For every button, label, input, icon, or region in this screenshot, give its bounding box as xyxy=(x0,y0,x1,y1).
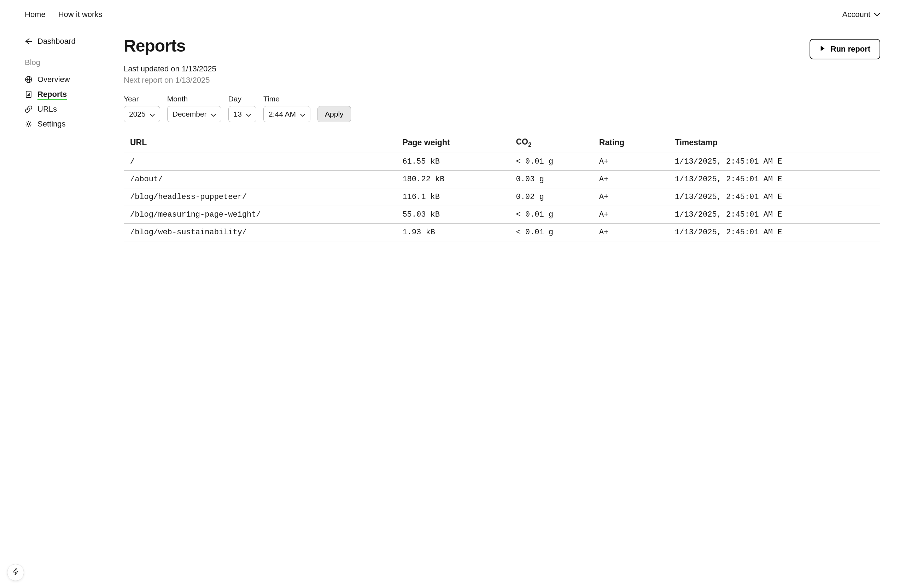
cell-page_weight: 55.03 kB xyxy=(396,206,510,223)
cell-timestamp: 1/13/2025, 2:45:01 AM E xyxy=(668,170,880,188)
table-row: /blog/measuring-page-weight/55.03 kB< 0.… xyxy=(124,206,880,223)
chevron-down-icon xyxy=(874,13,880,16)
sidebar-back-label: Dashboard xyxy=(38,37,76,46)
table-header-row: URL Page weight CO2 Rating Timestamp xyxy=(124,133,880,153)
topnav-left: Home How it works xyxy=(25,10,102,19)
table-row: /blog/web-sustainability/1.93 kB< 0.01 g… xyxy=(124,223,880,241)
next-report-text: Next report on 1/13/2025 xyxy=(124,76,880,85)
cell-page_weight: 180.22 kB xyxy=(396,170,510,188)
run-report-label: Run report xyxy=(831,44,870,54)
th-rating: Rating xyxy=(593,133,668,153)
sidebar: Dashboard Blog Overview Reports URLs Set… xyxy=(25,37,95,241)
cell-page_weight: 1.93 kB xyxy=(396,223,510,241)
cell-rating: A+ xyxy=(593,223,668,241)
sidebar-section-label: Blog xyxy=(25,58,95,67)
cell-rating: A+ xyxy=(593,206,668,223)
sidebar-item-settings[interactable]: Settings xyxy=(25,117,95,132)
day-select[interactable]: 13 xyxy=(229,106,256,122)
filters-row: Year 2025 Month December Day 13 xyxy=(124,95,880,122)
table-row: /blog/headless-puppeteer/116.1 kB0.02 gA… xyxy=(124,188,880,206)
sidebar-item-label: Settings xyxy=(38,119,66,128)
month-select[interactable]: December xyxy=(167,106,221,122)
cell-rating: A+ xyxy=(593,153,668,170)
play-icon xyxy=(819,44,826,54)
filter-label-time: Time xyxy=(264,95,310,103)
cell-co2: 0.03 g xyxy=(510,170,592,188)
cell-rating: A+ xyxy=(593,170,668,188)
cell-rating: A+ xyxy=(593,188,668,206)
th-page-weight: Page weight xyxy=(396,133,510,153)
page-header: Reports Run report xyxy=(124,37,880,59)
main-content: Reports Run report Last updated on 1/13/… xyxy=(124,37,880,241)
chevron-down-icon xyxy=(150,110,155,118)
day-value: 13 xyxy=(234,110,242,118)
cell-page_weight: 116.1 kB xyxy=(396,188,510,206)
cell-co2: < 0.01 g xyxy=(510,223,592,241)
filter-day: Day 13 xyxy=(229,95,256,122)
sidebar-item-label: Overview xyxy=(38,75,70,84)
arrow-left-icon xyxy=(25,38,33,45)
nav-home[interactable]: Home xyxy=(25,10,46,19)
account-label: Account xyxy=(842,10,871,19)
th-timestamp: Timestamp xyxy=(668,133,880,153)
filter-label-day: Day xyxy=(229,95,256,103)
chevron-down-icon xyxy=(300,110,305,118)
report-icon xyxy=(25,90,33,98)
gear-icon xyxy=(25,120,33,128)
cell-timestamp: 1/13/2025, 2:45:01 AM E xyxy=(668,188,880,206)
cell-url: /blog/web-sustainability/ xyxy=(124,223,396,241)
time-value: 2:44 AM xyxy=(269,110,296,118)
cell-co2: < 0.01 g xyxy=(510,206,592,223)
cell-timestamp: 1/13/2025, 2:45:01 AM E xyxy=(668,153,880,170)
chevron-down-icon xyxy=(246,110,251,118)
th-co2: CO2 xyxy=(510,133,592,153)
month-value: December xyxy=(173,110,207,118)
table-row: /61.55 kB< 0.01 gA+1/13/2025, 2:45:01 AM… xyxy=(124,153,880,170)
sidebar-back-link[interactable]: Dashboard xyxy=(25,37,95,46)
table-row: /about/180.22 kB0.03 gA+1/13/2025, 2:45:… xyxy=(124,170,880,188)
cell-url: /about/ xyxy=(124,170,396,188)
filter-time: Time 2:44 AM xyxy=(264,95,310,122)
page-title-block: Reports xyxy=(124,37,185,55)
cell-url: / xyxy=(124,153,396,170)
cell-timestamp: 1/13/2025, 2:45:01 AM E xyxy=(668,223,880,241)
year-select[interactable]: 2025 xyxy=(124,106,160,122)
nav-how-it-works[interactable]: How it works xyxy=(58,10,103,19)
page-title: Reports xyxy=(124,37,185,55)
globe-icon xyxy=(25,76,33,83)
filter-label-year: Year xyxy=(124,95,160,103)
filter-month: Month December xyxy=(167,95,221,122)
sidebar-item-label: Reports xyxy=(38,90,67,99)
reports-table: URL Page weight CO2 Rating Timestamp /61… xyxy=(124,133,880,241)
sidebar-item-reports[interactable]: Reports xyxy=(25,87,95,102)
account-menu[interactable]: Account xyxy=(842,10,881,19)
sidebar-item-urls[interactable]: URLs xyxy=(25,102,95,117)
last-updated-text: Last updated on 1/13/2025 xyxy=(124,64,880,73)
cell-timestamp: 1/13/2025, 2:45:01 AM E xyxy=(668,206,880,223)
cell-url: /blog/headless-puppeteer/ xyxy=(124,188,396,206)
sidebar-item-label: URLs xyxy=(38,105,57,114)
layout: Dashboard Blog Overview Reports URLs Set… xyxy=(0,26,905,241)
filter-label-month: Month xyxy=(167,95,221,103)
link-icon xyxy=(25,105,33,113)
cell-co2: < 0.01 g xyxy=(510,153,592,170)
year-value: 2025 xyxy=(129,110,146,118)
cell-page_weight: 61.55 kB xyxy=(396,153,510,170)
cell-url: /blog/measuring-page-weight/ xyxy=(124,206,396,223)
chevron-down-icon xyxy=(211,110,216,118)
time-select[interactable]: 2:44 AM xyxy=(264,106,310,122)
apply-button[interactable]: Apply xyxy=(318,106,351,122)
filter-year: Year 2025 xyxy=(124,95,160,122)
cell-co2: 0.02 g xyxy=(510,188,592,206)
top-nav: Home How it works Account xyxy=(0,0,905,26)
th-url: URL xyxy=(124,133,396,153)
run-report-button[interactable]: Run report xyxy=(810,39,880,59)
sidebar-item-overview[interactable]: Overview xyxy=(25,72,95,87)
